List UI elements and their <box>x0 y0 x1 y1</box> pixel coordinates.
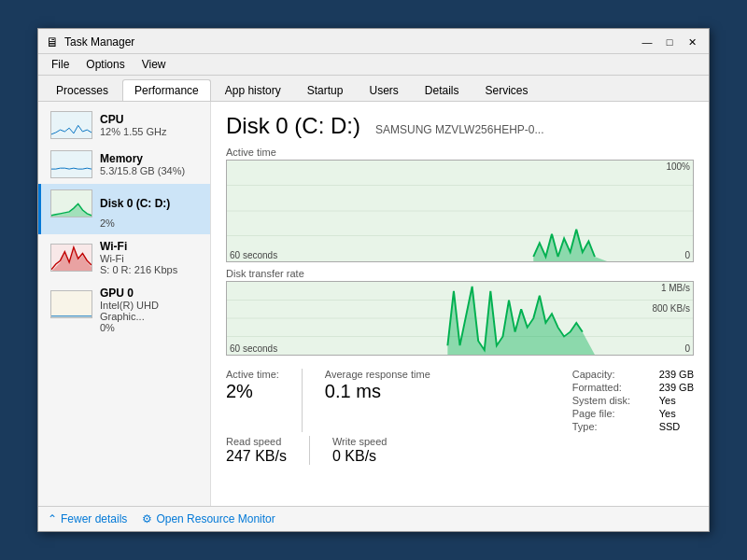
transfer-rate-chart: 1 MB/s 800 KB/s 0 60 seconds <box>226 281 694 356</box>
avg-response-stat: Average response time 0.1 ms <box>325 369 430 402</box>
disk-label: Disk 0 (C: D:) <box>100 197 170 210</box>
active-time-stat-label: Active time: <box>226 369 279 380</box>
tab-services[interactable]: Services <box>473 79 541 101</box>
menu-view[interactable]: View <box>134 56 174 73</box>
formatted-value: 239 GB <box>659 382 694 393</box>
write-speed-stat: Write speed 0 KB/s <box>332 436 388 465</box>
detail-title: Disk 0 (C: D:) <box>226 113 360 139</box>
wifi-label: Wi-Fi <box>100 240 177 253</box>
tab-processes[interactable]: Processes <box>44 79 120 101</box>
write-speed-value: 0 KB/s <box>332 447 388 465</box>
sidebar-item-cpu[interactable]: CPU 12% 1.55 GHz <box>38 105 210 145</box>
disk-mini-chart <box>50 189 92 217</box>
cpu-sub: 12% 1.55 GHz <box>100 126 167 137</box>
avg-response-label: Average response time <box>325 369 430 380</box>
title-controls: — □ ✕ <box>638 35 701 49</box>
detail-model: SAMSUNG MZVLW256HEHP-0... <box>375 123 543 136</box>
memory-label: Memory <box>100 152 185 165</box>
memory-mini-chart <box>50 150 92 178</box>
sidebar-item-wifi[interactable]: Wi-Fi Wi-Fi S: 0 R: 216 Kbps <box>38 234 210 281</box>
svg-rect-0 <box>51 112 92 139</box>
sidebar-item-memory[interactable]: Memory 5.3/15.8 GB (34%) <box>38 145 210 184</box>
gpu-sub: Intel(R) UHD Graphic... <box>100 300 201 322</box>
transfer-rate-section: Disk transfer rate 1 MB/s 800 KB/s 0 60 … <box>226 268 694 356</box>
active-time-stat: Active time: 2% <box>226 369 279 402</box>
tab-users[interactable]: Users <box>357 79 410 101</box>
fewer-details-icon: ⌃ <box>48 512 57 525</box>
active-time-section: Active time 100% 0 60 seconds <box>226 147 694 262</box>
disk-pct: 2% <box>50 217 201 229</box>
tab-bar: Processes Performance App history Startu… <box>38 76 709 102</box>
type-label: Type: <box>572 421 652 432</box>
cpu-mini-chart <box>50 111 92 139</box>
capacity-label: Capacity: <box>572 369 652 380</box>
open-resource-monitor-button[interactable]: ⚙ Open Resource Monitor <box>142 512 275 525</box>
read-speed-label: Read speed <box>226 436 287 447</box>
memory-sub: 5.3/15.8 GB (34%) <box>100 165 185 176</box>
open-monitor-label: Open Resource Monitor <box>156 512 275 525</box>
tab-startup[interactable]: Startup <box>295 79 356 101</box>
system-disk-value: Yes <box>659 395 676 406</box>
stats-row: Active time: 2% Average response time 0.… <box>226 369 694 432</box>
formatted-label: Formatted: <box>572 382 652 393</box>
active-time-label: Active time <box>226 147 694 158</box>
tab-details[interactable]: Details <box>413 79 472 101</box>
capacity-stats: Capacity: 239 GB Formatted: 239 GB Syste… <box>572 369 694 432</box>
tab-performance[interactable]: Performance <box>122 79 211 101</box>
menu-options[interactable]: Options <box>78 56 132 73</box>
close-button[interactable]: ✕ <box>683 35 701 49</box>
gpu-mini-chart <box>50 290 92 318</box>
page-file-label: Page file: <box>572 408 652 419</box>
fewer-details-button[interactable]: ⌃ Fewer details <box>48 512 127 525</box>
window-title: Task Manager <box>64 35 134 49</box>
svg-rect-6 <box>51 291 92 318</box>
wifi-mini-chart <box>50 244 92 272</box>
active-time-stat-value: 2% <box>226 380 279 402</box>
sidebar-item-gpu0[interactable]: GPU 0 Intel(R) UHD Graphic... 0% <box>38 281 210 339</box>
transfer-rate-label: Disk transfer rate <box>226 268 694 279</box>
page-file-value: Yes <box>659 408 676 419</box>
svg-marker-10 <box>227 230 693 261</box>
footer: ⌃ Fewer details ⚙ Open Resource Monitor <box>38 506 709 531</box>
main-content: CPU 12% 1.55 GHz Memory <box>38 102 709 506</box>
title-bar: 🖥 Task Manager — □ ✕ <box>38 29 709 54</box>
minimize-button[interactable]: — <box>638 35 656 49</box>
capacity-value: 239 GB <box>659 369 694 380</box>
maximize-button[interactable]: □ <box>660 35 679 49</box>
detail-header: Disk 0 (C: D:) SAMSUNG MZVLW256HEHP-0... <box>226 113 694 139</box>
sidebar-item-disk0[interactable]: Disk 0 (C: D:) 2% <box>38 184 210 234</box>
fewer-details-label: Fewer details <box>61 512 127 525</box>
active-time-chart: 100% 0 60 seconds <box>226 160 694 262</box>
tab-app-history[interactable]: App history <box>213 79 293 101</box>
stat-divider-2 <box>309 436 310 465</box>
monitor-icon: ⚙ <box>142 512 152 525</box>
sidebar: CPU 12% 1.55 GHz Memory <box>38 102 211 506</box>
wifi-sub: Wi-Fi <box>100 253 177 264</box>
system-disk-label: System disk: <box>572 395 652 406</box>
read-speed-stat: Read speed 247 KB/s <box>226 436 287 465</box>
title-bar-left: 🖥 Task Manager <box>46 35 134 49</box>
read-speed-value: 247 KB/s <box>226 447 287 465</box>
cpu-label: CPU <box>100 113 167 126</box>
task-manager-window: 🖥 Task Manager — □ ✕ File Options View P… <box>37 28 710 532</box>
detail-panel: Disk 0 (C: D:) SAMSUNG MZVLW256HEHP-0...… <box>211 102 709 506</box>
svg-rect-1 <box>51 151 92 178</box>
avg-response-value: 0.1 ms <box>325 380 430 402</box>
menu-file[interactable]: File <box>44 56 77 73</box>
type-value: SSD <box>659 421 681 432</box>
gpu-pct: 0% <box>50 322 201 333</box>
wifi-sub2: S: 0 R: 216 Kbps <box>100 264 177 275</box>
write-speed-label: Write speed <box>332 436 388 447</box>
speed-row: Read speed 247 KB/s Write speed 0 KB/s <box>226 436 694 465</box>
app-icon: 🖥 <box>46 35 59 49</box>
stat-divider-1 <box>302 369 303 432</box>
menu-bar: File Options View <box>38 54 709 76</box>
gpu-label: GPU 0 <box>100 287 201 300</box>
